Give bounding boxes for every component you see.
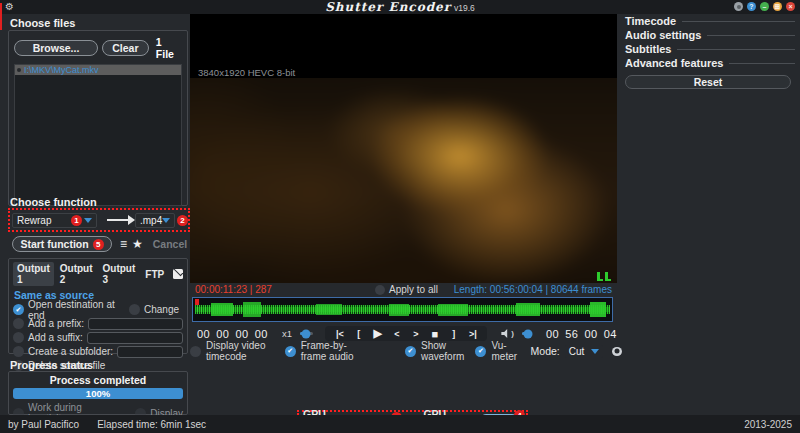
step-back-button[interactable]: < bbox=[390, 329, 403, 339]
choose-files-heading: Choose files bbox=[10, 17, 75, 29]
end-tc-hh[interactable]: 00 bbox=[546, 328, 559, 340]
stop-button[interactable]: ■ bbox=[428, 328, 441, 340]
playhead-marker[interactable] bbox=[195, 299, 199, 305]
minimize-icon[interactable]: – bbox=[760, 2, 769, 11]
current-timecode: 00:00:11:23 | 287 bbox=[195, 284, 272, 295]
titlebar: ⚙ Shutter Encoderv19.6 ? – ⊞ × bbox=[0, 0, 800, 14]
function-select[interactable]: Rewrap 1 bbox=[12, 213, 97, 228]
add-prefix-checkbox[interactable] bbox=[13, 318, 24, 329]
eye-icon[interactable] bbox=[612, 347, 622, 356]
timecode-row: 00:00:11:23 | 287 Apply to all Length: 0… bbox=[190, 283, 617, 296]
speaker-icon[interactable]: ) bbox=[501, 329, 514, 338]
mode-label: Mode: bbox=[531, 345, 560, 357]
section-audio-settings[interactable]: Audio settings bbox=[625, 28, 795, 42]
progress-status-heading: Progress status bbox=[10, 359, 93, 371]
start-function-button[interactable]: Start function 5 bbox=[12, 236, 112, 252]
speed-slider-thumb[interactable] bbox=[301, 329, 310, 338]
add-suffix-checkbox[interactable] bbox=[13, 332, 24, 343]
function-list-icon[interactable]: ≡ bbox=[120, 237, 126, 251]
create-subfolder-checkbox[interactable] bbox=[13, 346, 24, 357]
section-timecode[interactable]: Timecode bbox=[625, 14, 795, 28]
close-icon[interactable]: × bbox=[786, 2, 795, 11]
step-forward-button[interactable]: > bbox=[409, 329, 422, 339]
cancel-button[interactable]: Cancel bbox=[153, 238, 187, 250]
status-bar: by Paul Pacifico Elapsed time: 6min 1sec… bbox=[0, 415, 800, 433]
section-advanced-features[interactable]: Advanced features bbox=[625, 56, 795, 70]
start-timecode-fields[interactable]: 00 00 00 00 bbox=[197, 328, 268, 340]
vu-bar-right bbox=[605, 272, 611, 281]
help-icon[interactable]: ? bbox=[747, 2, 756, 11]
favorite-star-icon[interactable]: ★ bbox=[132, 237, 143, 251]
reset-button[interactable]: Reset bbox=[625, 75, 791, 89]
section-subtitles-label: Subtitles bbox=[625, 43, 671, 55]
choose-files-box: Browse... Clear 1 File I:\MKV\MyCat.mkv bbox=[8, 30, 188, 206]
change-radio[interactable] bbox=[129, 304, 140, 315]
file-row-selected[interactable]: I:\MKV\MyCat.mkv bbox=[15, 65, 181, 75]
title-wrap: Shutter Encoderv19.6 bbox=[0, 0, 800, 14]
end-tc-ff[interactable]: 04 bbox=[604, 328, 617, 340]
section-divider bbox=[729, 63, 795, 64]
show-waveform-label: Show waveform bbox=[421, 340, 466, 362]
display-video-timecode-label: Display video timecode bbox=[206, 340, 272, 362]
vu-meter-indicator-icon bbox=[597, 272, 611, 281]
end-tc-ss[interactable]: 00 bbox=[585, 328, 598, 340]
start-tc-mm[interactable]: 00 bbox=[216, 328, 229, 340]
mail-icon[interactable] bbox=[173, 269, 183, 279]
mode-select[interactable]: Cut bbox=[565, 345, 604, 358]
start-tc-ss[interactable]: 00 bbox=[236, 328, 249, 340]
theme-icon[interactable] bbox=[734, 2, 743, 11]
tab-output-1[interactable]: Output 1 bbox=[13, 262, 54, 286]
open-destination-checkbox[interactable]: ✔ bbox=[13, 304, 24, 315]
extension-select-value: .mp4 bbox=[140, 215, 162, 226]
play-button[interactable]: ▶ bbox=[371, 327, 384, 340]
clear-button[interactable]: Clear bbox=[102, 40, 149, 56]
video-preview-area: 3840x1920 HEVC 8-bit bbox=[190, 14, 617, 283]
extension-select[interactable]: .mp4 bbox=[135, 213, 175, 228]
go-end-button[interactable]: >| bbox=[466, 329, 479, 339]
start-row: Start function 5 ≡ ★ Cancel bbox=[12, 236, 188, 252]
apply-to-all-wrap: Apply to all bbox=[375, 284, 438, 295]
section-advanced-features-label: Advanced features bbox=[625, 57, 723, 69]
vu-meter-checkbox[interactable]: ✔ bbox=[475, 346, 486, 357]
end-tc-mm[interactable]: 56 bbox=[565, 328, 578, 340]
volume-slider[interactable] bbox=[522, 332, 532, 335]
tab-ftp[interactable]: FTP bbox=[141, 268, 168, 281]
section-subtitles[interactable]: Subtitles bbox=[625, 42, 795, 56]
browse-button[interactable]: Browse... bbox=[14, 40, 98, 56]
left-panel: Choose files Browse... Clear 1 File I:\M… bbox=[6, 14, 190, 415]
mark-out-button[interactable]: ] bbox=[447, 329, 460, 339]
show-waveform-checkbox[interactable]: ✔ bbox=[405, 346, 416, 357]
output-settings-box: Output 1 Output 2 Output 3 FTP Same as s… bbox=[8, 258, 188, 354]
waveform-display[interactable] bbox=[192, 297, 613, 322]
start-tc-hh[interactable]: 00 bbox=[197, 328, 210, 340]
start-tc-ff[interactable]: 00 bbox=[255, 328, 268, 340]
apply-to-all-label: Apply to all bbox=[389, 284, 438, 295]
add-prefix-label: Add a prefix: bbox=[28, 318, 84, 329]
shutter-encoder-window: ⚙ Shutter Encoderv19.6 ? – ⊞ × Choose fi… bbox=[0, 0, 800, 433]
file-list[interactable]: I:\MKV\MyCat.mkv bbox=[14, 64, 182, 206]
speed-slider[interactable] bbox=[300, 332, 313, 335]
add-suffix-label: Add a suffix: bbox=[28, 332, 83, 343]
go-start-button[interactable]: |< bbox=[333, 329, 346, 339]
maximize-icon[interactable]: ⊞ bbox=[773, 2, 782, 11]
video-frame[interactable] bbox=[190, 78, 617, 283]
choose-function-heading: Choose function bbox=[10, 196, 97, 208]
video-info-text: 3840x1920 HEVC 8-bit bbox=[198, 67, 295, 78]
end-timecode-fields[interactable]: 00 56 00 04 bbox=[546, 328, 617, 340]
suffix-input[interactable] bbox=[87, 332, 183, 344]
speed-label: x1 bbox=[282, 328, 292, 339]
mark-in-button[interactable]: [ bbox=[352, 329, 365, 339]
apply-to-all-checkbox[interactable] bbox=[375, 285, 385, 295]
display-video-timecode-checkbox[interactable] bbox=[190, 346, 201, 357]
tab-output-3[interactable]: Output 3 bbox=[99, 262, 140, 286]
vu-bar-left bbox=[597, 272, 603, 281]
prefix-input[interactable] bbox=[88, 318, 183, 330]
subfolder-input[interactable] bbox=[117, 346, 183, 358]
volume-slider-thumb[interactable] bbox=[523, 329, 532, 338]
prefix-row: Add a prefix: bbox=[13, 317, 183, 330]
elapsed-time-text: Elapsed time: 6min 1sec bbox=[97, 419, 206, 430]
frame-by-frame-checkbox[interactable]: ✔ bbox=[285, 346, 296, 357]
file-bullet-icon bbox=[17, 68, 21, 72]
chevron-down-icon bbox=[591, 349, 599, 354]
tab-output-2[interactable]: Output 2 bbox=[56, 262, 97, 286]
